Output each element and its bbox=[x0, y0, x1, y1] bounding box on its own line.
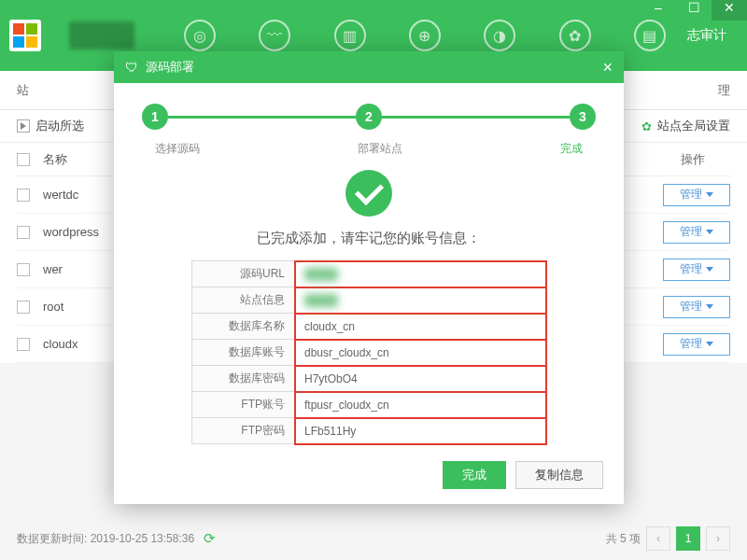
value-source-url: hidden bbox=[295, 261, 546, 287]
chevron-down-icon bbox=[706, 342, 713, 346]
refresh-icon[interactable]: ⟳ bbox=[204, 530, 216, 547]
row-checkbox[interactable] bbox=[17, 301, 30, 314]
row-checkbox[interactable] bbox=[17, 189, 30, 202]
windows-icon bbox=[9, 20, 41, 51]
value-db-user: dbusr_cloudx_cn bbox=[295, 340, 546, 366]
modal-header: 🛡 源码部署 × bbox=[114, 51, 624, 83]
manage-button[interactable]: 管理 bbox=[663, 333, 730, 356]
row-checkbox[interactable] bbox=[17, 226, 30, 239]
step-1: 1 bbox=[142, 104, 168, 130]
label-site-info: 站点信息 bbox=[192, 287, 295, 314]
modal-close[interactable]: × bbox=[602, 58, 613, 77]
label-ftp-user: FTP账号 bbox=[192, 392, 295, 418]
nav-gear-icon[interactable]: ✿ bbox=[559, 20, 591, 51]
manage-button[interactable]: 管理 bbox=[663, 221, 730, 244]
chevron-down-icon bbox=[706, 304, 713, 309]
copy-info-button[interactable]: 复制信息 bbox=[515, 461, 603, 489]
shield-icon: 🛡 bbox=[125, 60, 138, 75]
nav-chart-icon[interactable]: 〰 bbox=[259, 20, 290, 51]
nav-globe-icon[interactable]: ⊕ bbox=[409, 20, 441, 51]
step-3: 3 bbox=[570, 104, 596, 130]
done-button[interactable]: 完成 bbox=[443, 461, 506, 489]
chevron-down-icon bbox=[706, 267, 713, 272]
step-3-label: 完成 bbox=[560, 141, 583, 157]
row-checkbox[interactable] bbox=[17, 338, 30, 351]
update-label: 数据更新时间: bbox=[17, 531, 87, 547]
modal-title: 源码部署 bbox=[146, 59, 194, 76]
chevron-down-icon bbox=[706, 192, 713, 197]
start-selected-button[interactable]: 启动所选 bbox=[35, 118, 84, 134]
deploy-modal: 🛡 源码部署 × 1 2 3 选择源码 部署站点 完成 已完成添加，请牢记您的账… bbox=[114, 51, 624, 504]
value-ftp-user: ftpusr_cloudx_cn bbox=[295, 392, 546, 418]
page-current[interactable]: 1 bbox=[676, 526, 700, 551]
gear-icon: ✿ bbox=[641, 119, 652, 133]
col-op: 操作 bbox=[655, 151, 730, 168]
chevron-down-icon bbox=[706, 230, 713, 234]
label-source-url: 源码URL bbox=[192, 261, 295, 287]
modal-footer: 完成 复制信息 bbox=[443, 461, 603, 489]
row-checkbox[interactable] bbox=[17, 263, 30, 276]
label-db-pass: 数据库密码 bbox=[192, 366, 295, 392]
nav-doc-icon[interactable]: ▤ bbox=[634, 20, 666, 51]
step-connector bbox=[382, 116, 570, 119]
page-next[interactable]: › bbox=[706, 526, 730, 551]
window-maximize[interactable]: ☐ bbox=[676, 0, 712, 21]
label-db-name: 数据库名称 bbox=[192, 314, 295, 340]
footer: 数据更新时间: 2019-10-25 13:58:36 ⟳ 共 5 项 ‹ 1 … bbox=[17, 526, 730, 551]
step-labels: 选择源码 部署站点 完成 bbox=[155, 141, 583, 157]
label-db-user: 数据库账号 bbox=[192, 340, 295, 366]
step-2-label: 部署站点 bbox=[358, 141, 402, 157]
window-close[interactable]: ✕ bbox=[712, 0, 747, 21]
nav-disc-icon[interactable]: ◎ bbox=[184, 20, 216, 51]
value-db-name: cloudx_cn bbox=[295, 314, 546, 340]
value-db-pass: H7ytObO4 bbox=[295, 366, 546, 392]
play-icon bbox=[17, 119, 30, 133]
value-site-info: hidden bbox=[295, 287, 546, 314]
manage-button[interactable]: 管理 bbox=[663, 184, 730, 206]
page-prev[interactable]: ‹ bbox=[646, 526, 670, 551]
done-message: 已完成添加，请牢记您的账号信息： bbox=[114, 230, 624, 247]
label-ftp-pass: FTP密码 bbox=[192, 418, 295, 444]
manage-button[interactable]: 管理 bbox=[663, 259, 730, 281]
nav-shield-icon[interactable]: ◑ bbox=[484, 20, 515, 51]
total-count: 共 5 项 bbox=[606, 531, 641, 547]
pager: 共 5 项 ‹ 1 › bbox=[606, 526, 730, 551]
update-time: 2019-10-25 13:58:36 bbox=[91, 532, 194, 545]
value-ftp-pass: LFb511Hy bbox=[295, 418, 546, 444]
success-check-icon bbox=[345, 170, 392, 217]
manage-button[interactable]: 管理 bbox=[663, 296, 730, 318]
global-settings-button[interactable]: 站点全局设置 bbox=[657, 118, 730, 134]
credentials-table: 源码URL hidden 站点信息 hidden 数据库名称 cloudx_cn… bbox=[191, 260, 546, 444]
nav-server-icon[interactable]: ▥ bbox=[334, 20, 366, 51]
window-minimize[interactable]: – bbox=[641, 0, 676, 21]
select-all-checkbox[interactable] bbox=[17, 153, 30, 166]
audit-label: 志审计 bbox=[687, 27, 738, 44]
tab-partial-right[interactable]: 理 bbox=[718, 82, 730, 99]
app-title-obscured bbox=[69, 21, 134, 49]
step-1-label: 选择源码 bbox=[155, 141, 200, 157]
step-indicator: 1 2 3 bbox=[142, 104, 596, 130]
step-2: 2 bbox=[356, 104, 382, 130]
step-connector bbox=[168, 116, 356, 119]
